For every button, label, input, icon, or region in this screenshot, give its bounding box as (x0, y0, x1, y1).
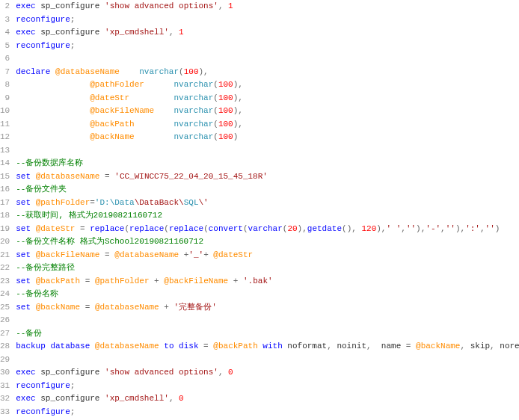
line-number: 24 (0, 288, 10, 301)
line-number: 10 (0, 105, 10, 118)
line-number: 21 (0, 249, 10, 262)
code-line[interactable]: --备份 (16, 327, 519, 341)
code-editor[interactable]: 2345678910111213141516171819202122232425… (0, 0, 519, 419)
code-line[interactable]: @backFileName nvarchar(100), (16, 105, 519, 118)
code-line[interactable]: @backPath nvarchar(100), (16, 118, 519, 132)
code-line[interactable]: reconfigure; (16, 406, 519, 419)
code-line[interactable]: declare @databaseName nvarchar(100), (16, 66, 519, 79)
code-line[interactable]: exec sp_configure 'show advanced options… (16, 366, 519, 380)
line-number: 22 (0, 262, 10, 275)
line-number: 7 (0, 66, 10, 79)
line-number: 9 (0, 92, 10, 105)
line-number: 6 (0, 52, 10, 66)
code-line[interactable] (16, 314, 519, 327)
code-line[interactable]: exec sp_configure 'xp_cmdshell', 1 (16, 26, 519, 40)
line-number: 16 (0, 183, 10, 197)
line-number: 33 (0, 406, 10, 419)
code-line[interactable]: --备份文件夹 (16, 183, 519, 197)
line-number: 31 (0, 380, 10, 393)
line-number: 12 (0, 131, 10, 144)
line-number: 28 (0, 340, 10, 353)
code-line[interactable]: --备份完整路径 (16, 262, 519, 275)
line-number: 17 (0, 197, 10, 210)
code-area[interactable]: exec sp_configure 'show advanced options… (13, 0, 519, 419)
line-number: 3 (0, 13, 10, 27)
line-number: 4 (0, 26, 10, 40)
code-line[interactable] (16, 52, 519, 66)
code-line[interactable]: @dateStr nvarchar(100), (16, 92, 519, 105)
code-line[interactable]: @backName nvarchar(100) (16, 131, 519, 144)
line-number: 5 (0, 40, 10, 53)
code-line[interactable]: exec sp_configure 'show advanced options… (16, 0, 519, 13)
code-line[interactable]: set @pathFolder='D:\Data\DataBack\SQL\' (16, 197, 519, 210)
line-number: 32 (0, 392, 10, 406)
line-number: 20 (0, 235, 10, 249)
code-line[interactable]: --备份文件名称 格式为School20190821160712 (16, 235, 519, 249)
code-line[interactable]: backup database @databaseName to disk = … (16, 340, 519, 353)
line-number: 27 (0, 327, 10, 341)
code-line[interactable]: reconfigure; (16, 40, 519, 53)
code-line[interactable]: set @dateStr = replace(replace(replace(c… (16, 223, 519, 236)
line-number: 30 (0, 366, 10, 380)
line-number: 13 (0, 144, 10, 158)
code-line[interactable] (16, 353, 519, 367)
line-number: 15 (0, 170, 10, 184)
code-line[interactable] (16, 144, 519, 158)
code-line[interactable]: @pathFolder nvarchar(100), (16, 78, 519, 92)
line-number: 11 (0, 118, 10, 132)
code-line[interactable]: --备份名称 (16, 288, 519, 301)
code-line[interactable]: set @backName = @databaseName + '完整备份' (16, 301, 519, 315)
code-line[interactable]: exec sp_configure 'xp_cmdshell', 0 (16, 392, 519, 406)
line-number: 8 (0, 78, 10, 92)
line-number: 23 (0, 275, 10, 288)
code-line[interactable]: reconfigure; (16, 13, 519, 27)
code-line[interactable]: reconfigure; (16, 380, 519, 393)
code-line[interactable]: set @backFileName = @databaseName +'_'+ … (16, 249, 519, 262)
line-number: 2 (0, 0, 10, 13)
line-number: 29 (0, 353, 10, 367)
code-line[interactable]: --获取时间, 格式为20190821160712 (16, 209, 519, 223)
line-number: 25 (0, 301, 10, 315)
code-line[interactable]: set @backPath = @pathFolder + @backFileN… (16, 275, 519, 288)
line-number: 18 (0, 209, 10, 223)
line-number: 26 (0, 314, 10, 327)
code-line[interactable]: set @databaseName = 'CC_WINCC75_22_04_20… (16, 170, 519, 184)
line-number: 19 (0, 223, 10, 236)
code-line[interactable]: --备份数据库名称 (16, 157, 519, 170)
line-number-gutter: 2345678910111213141516171819202122232425… (0, 0, 13, 419)
line-number: 14 (0, 157, 10, 170)
